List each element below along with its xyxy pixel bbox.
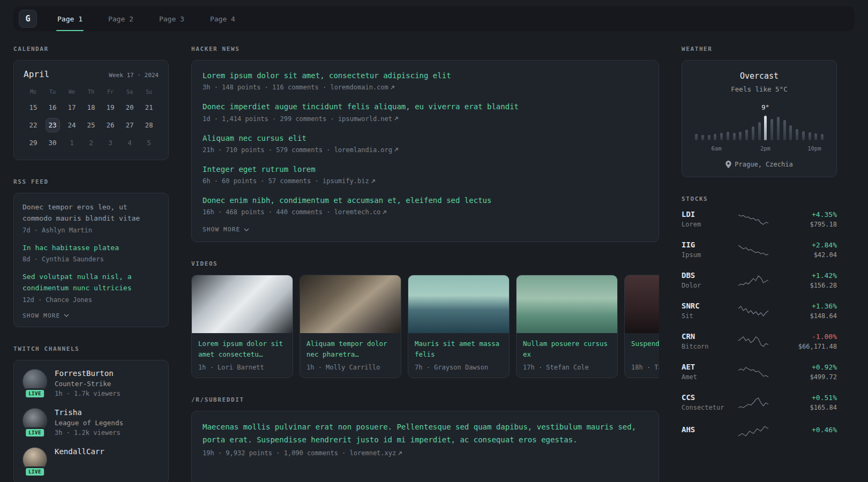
hn-source-link[interactable]: ipsumify.biz	[323, 177, 376, 185]
stock-row[interactable]: AHS +0.46%	[682, 424, 837, 438]
stock-row[interactable]: SNRC Sit +1.36% $148.64	[682, 302, 837, 320]
twitch-channel-row[interactable]: LIVE KendallCarr	[23, 447, 160, 475]
rss-section-title: RSS FEED	[13, 178, 169, 185]
stock-change: +0.92%	[810, 363, 837, 371]
video-title-link[interactable]: Aliquam tempor dolor nec pharetra…	[306, 338, 394, 360]
calendar-day: 5	[142, 135, 156, 150]
calendar-day: 25	[84, 118, 99, 132]
stock-row[interactable]: CRN Bitcorn -1.00% $66,171.48	[682, 332, 837, 350]
calendar-day: 24	[65, 118, 79, 132]
twitch-category[interactable]: League of Legends	[55, 419, 123, 427]
weather-bars	[695, 115, 824, 140]
calendar-day: 3	[103, 135, 118, 150]
weather-hour-bar	[809, 132, 811, 140]
stock-name: Sit	[682, 312, 732, 320]
location-pin-icon	[725, 161, 731, 168]
hn-item-title-link[interactable]: Integer eget rutrum lorem	[203, 164, 648, 175]
video-title-link[interactable]: Lorem ipsum dolor sit amet consectetu…	[198, 338, 286, 360]
video-thumbnail[interactable]	[408, 275, 509, 333]
calendar-day: 22	[26, 118, 41, 132]
stock-name: Lorem	[682, 221, 732, 228]
calendar-day: 2	[84, 135, 99, 150]
video-title-link[interactable]: Suspendisse diam	[631, 338, 659, 360]
twitch-channel-name[interactable]: ForrestBurton	[55, 369, 121, 378]
stock-price: $795.18	[810, 221, 837, 228]
hn-item-meta: 6h · 60 points · 57 comments · ipsumify.…	[203, 177, 648, 185]
twitch-channel-meta: 3h · 1.2k viewers	[55, 429, 123, 436]
hn-item: Donec imperdiet augue tincidunt felis al…	[203, 101, 648, 122]
hn-show-more-button[interactable]: SHOW MORE	[203, 226, 249, 233]
video-title-link[interactable]: Mauris sit amet massa felis	[415, 338, 503, 360]
weather-condition: Overcast	[691, 71, 828, 81]
hn-item-title-link[interactable]: Aliquam nec cursus elit	[203, 133, 648, 144]
hn-item-title-link[interactable]: Donec imperdiet augue tincidunt felis al…	[203, 101, 648, 112]
weather-hour-bar	[739, 132, 742, 140]
videos-section-title: VIDEOS	[191, 260, 659, 267]
hn-source-link[interactable]: loremtech.co	[334, 208, 387, 216]
video-thumbnail[interactable]	[300, 275, 401, 333]
tab-page-1[interactable]: Page 1	[44, 6, 95, 31]
weather-location-label: Prague, Czechia	[735, 161, 792, 168]
rss-item-link[interactable]: Donec tempor eros leo, ut commodo mauris…	[23, 202, 160, 224]
hn-item: Integer eget rutrum lorem 6h · 60 points…	[203, 164, 648, 185]
tab-page-4[interactable]: Page 4	[197, 6, 248, 31]
twitch-channel-name[interactable]: KendallCarr	[55, 447, 104, 456]
hn-source-domain: ipsumworld.net	[338, 115, 392, 123]
video-meta: 17h · Stefan Cole	[523, 364, 611, 371]
hn-item-title-link[interactable]: Donec enim nibh, condimentum et accumsan…	[203, 195, 648, 206]
rss-show-more-button[interactable]: SHOW MORE	[23, 312, 69, 319]
weather-card: Overcast Feels like 5°C 9° 6am2pm10pm Pr…	[682, 60, 837, 177]
video-thumbnail[interactable]	[625, 275, 659, 333]
stock-row[interactable]: AET Amet +0.92% $499.72	[682, 363, 837, 381]
twitch-channel-name[interactable]: Trisha	[55, 408, 123, 417]
hn-source-link[interactable]: loremlandia.org	[334, 146, 399, 154]
stock-row[interactable]: DBS Dolor +1.42% $156.28	[682, 271, 837, 289]
video-thumbnail[interactable]	[192, 275, 293, 333]
stock-row[interactable]: LDI Lorem +4.35% $795.18	[682, 210, 837, 228]
twitch-category[interactable]: Counter-Strike	[55, 380, 121, 388]
video-thumbnail[interactable]	[517, 275, 617, 333]
subreddit-source-link[interactable]: loremnet.xyz	[350, 449, 403, 457]
rss-item-link[interactable]: In hac habitasse platea	[23, 243, 160, 254]
stock-row[interactable]: IIG Ipsum +2.84% $42.04	[682, 240, 837, 259]
stock-symbol: AHS	[682, 425, 732, 434]
stock-row[interactable]: CCS Consectetur +0.51% $165.84	[682, 393, 837, 411]
hn-source-link[interactable]: ipsumworld.net	[338, 115, 399, 123]
tab-page-3[interactable]: Page 3	[146, 6, 197, 31]
stock-id: SNRC Sit	[682, 302, 732, 320]
stock-id: CCS Consectetur	[682, 393, 732, 411]
subreddit-post-title-link[interactable]: Maecenas mollis pulvinar erat non posuer…	[203, 421, 648, 447]
hn-item-meta: 1d · 1,414 points · 299 comments · ipsum…	[203, 115, 648, 123]
stock-sparkline	[736, 334, 770, 348]
calendar-day-selected: 23	[46, 118, 60, 132]
stock-name: Consectetur	[682, 404, 732, 411]
hackernews-section-title: HACKER NEWS	[191, 46, 659, 52]
hackernews-widget: HACKER NEWS Lorem ipsum dolor sit amet, …	[191, 46, 659, 242]
stock-price: $148.64	[810, 312, 837, 320]
weather-hour-bar	[802, 131, 805, 140]
twitch-avatar-wrap: LIVE	[23, 408, 47, 436]
rss-item-link[interactable]: Sed volutpat nulla nisl, a condimentum n…	[23, 272, 160, 294]
live-badge: LIVE	[24, 466, 46, 477]
app-logo[interactable]: G	[19, 10, 37, 28]
weather-hour-bar	[814, 133, 817, 140]
weather-current-temp: 9°	[761, 104, 769, 111]
tab-page-2[interactable]: Page 2	[95, 6, 146, 31]
right-column: WEATHER Overcast Feels like 5°C 9° 6am2p…	[682, 46, 837, 456]
twitch-channel-row[interactable]: LIVE ForrestBurton Counter-Strike 1h · 1…	[23, 369, 160, 397]
weather-time-label: 10pm	[807, 145, 821, 152]
calendar-month-label: April	[24, 69, 49, 79]
rss-widget: RSS FEED Donec tempor eros leo, ut commo…	[13, 178, 169, 327]
video-title-link[interactable]: Nullam posuere cursus ex	[523, 338, 611, 360]
subreddit-card: Maecenas mollis pulvinar erat non posuer…	[191, 411, 659, 482]
twitch-channel-row[interactable]: LIVE Trisha League of Legends 3h · 1.2k …	[23, 408, 160, 436]
hn-item-meta: 16h · 468 points · 440 comments · loremt…	[203, 208, 648, 216]
hn-source-domain: loremlandia.org	[334, 146, 392, 154]
hn-item-title-link[interactable]: Lorem ipsum dolor sit amet, consectetur …	[203, 70, 648, 81]
stock-sparkline	[736, 212, 770, 226]
calendar-day: 17	[65, 100, 79, 115]
video-card-body: Aliquam tempor dolor nec pharetra… 1h · …	[300, 333, 401, 378]
stock-id: LDI Lorem	[682, 210, 732, 228]
hn-source-link[interactable]: loremdomain.com	[330, 84, 394, 91]
calendar-day-header: Tu	[43, 87, 62, 97]
